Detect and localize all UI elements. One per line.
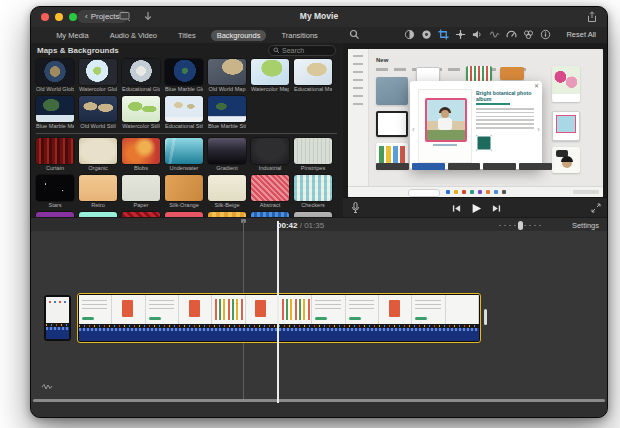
map-thumbnail[interactable]: [79, 59, 117, 85]
ppt-heading: New: [376, 57, 388, 63]
background-label: Industrial: [251, 165, 289, 171]
tab-transitions[interactable]: Transitions: [275, 30, 323, 41]
playback-bar: [343, 197, 608, 217]
taskbar-app-icon: [494, 190, 498, 194]
map-thumbnail[interactable]: [122, 96, 160, 122]
tab-audio-video[interactable]: Audio & Video: [104, 30, 163, 41]
background-label: Checkers: [294, 202, 332, 208]
background-thumbnail[interactable]: [294, 175, 332, 201]
search-input[interactable]: [280, 46, 331, 55]
ppt-template-card: [376, 111, 408, 137]
background-label: Underwater: [165, 165, 203, 171]
tab-backgrounds[interactable]: Backgrounds: [211, 30, 267, 41]
color-correction-icon[interactable]: [421, 29, 432, 40]
reset-all-button[interactable]: Reset All: [563, 29, 599, 40]
next-frame-button[interactable]: [492, 204, 501, 213]
search-field[interactable]: [268, 45, 336, 56]
map-label: Watercolor Globe: [79, 86, 117, 92]
map-thumbnail[interactable]: [208, 59, 246, 85]
close-button[interactable]: [41, 13, 49, 21]
background-thumbnail[interactable]: [208, 175, 246, 201]
slider-thumb[interactable]: [518, 221, 523, 230]
background-label: Pinstripes: [294, 165, 332, 171]
background-row: StarsRetroPaperSilk-OrangeSilk-BeigeAbst…: [36, 175, 337, 208]
map-thumbnail[interactable]: [36, 59, 74, 85]
map-label: Old World Globe: [36, 86, 74, 92]
map-thumbnail[interactable]: [36, 96, 74, 122]
background-thumbnail[interactable]: [79, 138, 117, 164]
viewer-frame[interactable]: New: [348, 49, 603, 197]
clip-size-slider[interactable]: [499, 223, 543, 228]
clip-audio-waveform: [79, 328, 479, 341]
background-thumbnail[interactable]: [122, 175, 160, 201]
effects-icon[interactable]: [523, 29, 534, 40]
map-thumbnail[interactable]: [208, 96, 246, 122]
info-icon[interactable]: [540, 29, 551, 40]
map-thumbnail[interactable]: [79, 96, 117, 122]
background-thumbnail[interactable]: [251, 138, 289, 164]
background-thumbnail[interactable]: [122, 138, 160, 164]
play-button[interactable]: [471, 203, 482, 214]
color-balance-icon[interactable]: [404, 29, 415, 40]
background-thumbnail[interactable]: [294, 138, 332, 164]
clip-trim-handle[interactable]: [484, 309, 487, 325]
map-thumbnail[interactable]: [122, 59, 160, 85]
background-thumbnail[interactable]: [208, 138, 246, 164]
map-item: Watercolor Still: [122, 96, 160, 129]
filmstrip-frame: [79, 295, 112, 324]
waveform-toggle-icon[interactable]: [41, 383, 53, 391]
background-label: Retro: [79, 202, 117, 208]
background-thumbnail[interactable]: [165, 175, 203, 201]
background-item: Stars: [36, 175, 74, 208]
tab-my-media[interactable]: My Media: [50, 30, 95, 41]
background-item: Retro: [79, 175, 117, 208]
map-label: Blue Marble Map: [36, 123, 74, 129]
stabilization-icon[interactable]: [455, 29, 466, 40]
background-thumbnail[interactable]: [165, 138, 203, 164]
filmstrip-frame: [446, 295, 479, 324]
map-label: Blue Marble Still: [208, 123, 246, 129]
map-thumbnail[interactable]: [165, 96, 203, 122]
previous-frame-button[interactable]: [452, 204, 461, 213]
ppt-template-card: [552, 111, 580, 141]
background-thumbnail[interactable]: [36, 138, 74, 164]
backgrounds-browser: Maps & Backgrounds Old World GlobeWaterc…: [31, 43, 342, 217]
background-item: Curtain: [36, 138, 74, 171]
timecode: 00:42 / 01:35: [277, 221, 324, 230]
media-browser-icon[interactable]: [119, 11, 131, 22]
titlebar: ‹ Projects My Movie: [31, 7, 607, 28]
volume-icon[interactable]: [472, 29, 483, 40]
map-item: Blue Marble Still: [208, 96, 246, 129]
timeline-clip-selected[interactable]: [77, 293, 481, 343]
background-label: Organic: [79, 165, 117, 171]
expand-icon[interactable]: [591, 203, 601, 213]
timeline-clip[interactable]: [44, 295, 71, 341]
filmstrip-frame: [279, 295, 312, 324]
tab-titles[interactable]: Titles: [172, 30, 202, 41]
filmstrip-frame: [179, 295, 212, 324]
import-icon[interactable]: [143, 11, 153, 22]
share-icon[interactable]: [587, 11, 597, 23]
ppt-sidebar: [348, 49, 369, 187]
timeline[interactable]: [31, 231, 607, 418]
background-thumbnail[interactable]: [251, 175, 289, 201]
playhead[interactable]: [277, 221, 279, 403]
zoom-button[interactable]: [69, 13, 77, 21]
search-icon[interactable]: [349, 29, 360, 40]
speed-icon[interactable]: [506, 29, 517, 40]
crop-icon[interactable]: [438, 29, 449, 40]
map-label: Watercolor Map: [251, 86, 289, 92]
minimize-button[interactable]: [55, 13, 63, 21]
background-thumbnail[interactable]: [79, 175, 117, 201]
map-thumbnail[interactable]: [165, 59, 203, 85]
background-thumbnail[interactable]: [36, 175, 74, 201]
map-item: Old World Map: [208, 59, 246, 92]
taskbar-app-icon: [486, 190, 490, 194]
map-label: Watercolor Still: [122, 123, 160, 129]
timeline-bottom: [31, 402, 607, 418]
noise-reduction-icon[interactable]: [489, 29, 500, 40]
map-thumbnail[interactable]: [294, 59, 332, 85]
ppt-photo: [425, 98, 467, 142]
timeline-settings-button[interactable]: Settings: [572, 221, 599, 230]
map-thumbnail[interactable]: [251, 59, 289, 85]
